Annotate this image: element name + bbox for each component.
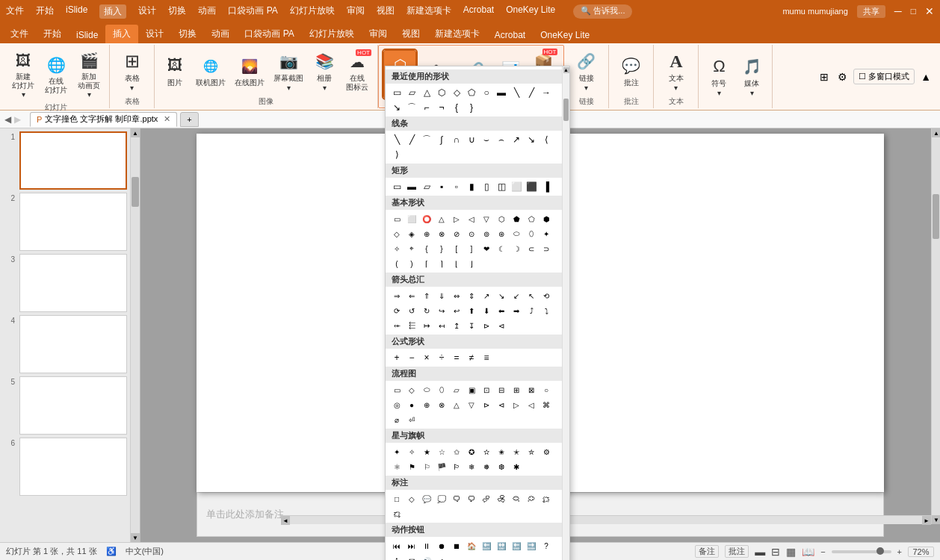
basic-35[interactable]: )	[405, 257, 418, 270]
basic-1[interactable]: ▭	[390, 212, 403, 225]
tab-switch[interactable]: 切换	[171, 25, 204, 43]
line-1[interactable]: ╲	[390, 133, 403, 146]
star-1[interactable]: ✦	[390, 445, 403, 458]
slide-item-4[interactable]: 4	[3, 315, 127, 373]
callout-10[interactable]: 🗭	[525, 492, 538, 505]
rect-4[interactable]: ▪	[435, 180, 448, 193]
basic-3[interactable]: ⭕	[420, 212, 433, 225]
flow-5[interactable]: ▱	[450, 383, 463, 396]
window-restore[interactable]: □	[911, 6, 916, 16]
tell-input[interactable]: 🔍 告诉我...	[573, 4, 632, 19]
tab-new[interactable]: +	[180, 112, 198, 127]
flow-7[interactable]: ⊡	[480, 383, 493, 396]
shape-pentagon[interactable]: ⬠	[465, 86, 478, 99]
flow-15[interactable]: ⊗	[435, 398, 448, 411]
star-8[interactable]: ✬	[495, 445, 508, 458]
action-11[interactable]: ?	[539, 539, 553, 553]
callout-1[interactable]: □	[390, 492, 403, 505]
flow-8[interactable]: ⊟	[495, 383, 508, 396]
callout-9[interactable]: 🗬	[510, 492, 523, 505]
line-2[interactable]: ╱	[405, 133, 418, 146]
callout-11[interactable]: 🗮	[539, 492, 553, 505]
shape-curly-r[interactable]: }	[465, 101, 478, 114]
view-outline-btn[interactable]: ⊟	[771, 546, 780, 558]
zoom-slider[interactable]	[832, 550, 891, 553]
flow-16[interactable]: △	[450, 398, 463, 411]
action-3[interactable]: ⏸	[420, 539, 433, 553]
arrow-12[interactable]: ⟳	[390, 304, 403, 317]
star-3[interactable]: ★	[420, 445, 433, 458]
shape-diag1[interactable]: ╲	[510, 86, 523, 99]
line-8[interactable]: ⌢	[495, 133, 508, 146]
action-7[interactable]: 🔙	[480, 539, 493, 553]
menu-home[interactable]: 开始	[36, 4, 54, 19]
menu-design[interactable]: 设计	[138, 4, 156, 19]
btn-collapse-ribbon[interactable]: ▲	[918, 69, 934, 84]
arrow-2[interactable]: ⇐	[405, 289, 418, 302]
basic-2[interactable]: ⬜	[405, 212, 418, 225]
arrow-20[interactable]: ➡	[510, 304, 523, 317]
tab-newtab[interactable]: 新建选项卡	[427, 25, 487, 43]
flow-9[interactable]: ⊞	[510, 383, 523, 396]
arrow-28[interactable]: ↧	[465, 319, 478, 332]
arrow-29[interactable]: ⊳	[480, 319, 493, 332]
zoom-in-btn[interactable]: +	[897, 547, 902, 556]
flow-10[interactable]: ⊠	[525, 383, 538, 396]
action-8[interactable]: 🔛	[495, 539, 508, 553]
btn-online-img2[interactable]: 🌄 在线图片	[231, 52, 268, 90]
rect-3[interactable]: ▱	[420, 180, 433, 193]
btn-symbol[interactable]: Ω 符号 ▾	[703, 52, 735, 99]
action-1[interactable]: ⏮	[390, 539, 403, 553]
basic-24[interactable]: ⌖	[405, 242, 418, 255]
arrow-13[interactable]: ↺	[405, 304, 418, 317]
star-14[interactable]: ❅	[480, 460, 493, 473]
flow-14[interactable]: ⊕	[420, 398, 433, 411]
tab-view[interactable]: 视图	[395, 25, 427, 43]
canvas-scroll-right[interactable]: ►	[922, 516, 931, 525]
dd-scroll-thumb[interactable]	[563, 99, 569, 121]
star-6[interactable]: ✪	[465, 445, 478, 458]
flow-17[interactable]: ▽	[465, 398, 478, 411]
basic-28[interactable]: ]	[465, 242, 478, 255]
arrow-17[interactable]: ⬆	[465, 304, 478, 317]
basic-16[interactable]: ⊘	[450, 227, 463, 240]
slide-item-1[interactable]: 1	[3, 131, 127, 190]
basic-25[interactable]: {	[420, 242, 433, 255]
tab-doc-active[interactable]: P 文字撞色 文字拆解 制印章.pptx ✕	[30, 112, 177, 127]
shape-arrow-br[interactable]: ↘	[390, 101, 403, 114]
rect-7[interactable]: ▯	[480, 180, 493, 193]
callout-2[interactable]: ◇	[405, 492, 418, 505]
btn-online-slide[interactable]: 🌐 在线幻灯片	[40, 51, 72, 97]
rect-6[interactable]: ▮	[465, 180, 478, 193]
arrow-22[interactable]: ⤵	[539, 304, 553, 317]
shape-arrow-r[interactable]: →	[539, 86, 553, 99]
window-minimize[interactable]: ─	[894, 5, 902, 17]
basic-8[interactable]: ⬡	[495, 212, 508, 225]
flag-1[interactable]: ⚑	[405, 460, 418, 473]
action-9[interactable]: 🔚	[510, 539, 523, 553]
menu-islide[interactable]: iSlide	[66, 4, 87, 19]
btn-settings[interactable]: ⚙	[835, 69, 850, 84]
arrow-7[interactable]: ↗	[480, 289, 493, 302]
btn-new-anim[interactable]: 🎬 新加动画页 ▾	[73, 46, 105, 101]
zoom-thumb[interactable]	[876, 547, 884, 555]
rect-11[interactable]: ▐	[539, 180, 553, 193]
dd-scroll-track[interactable]	[563, 74, 569, 560]
menu-onekey[interactable]: OneKey Lite	[506, 4, 555, 19]
shape-diamond[interactable]: ◇	[450, 86, 463, 99]
basic-34[interactable]: (	[390, 257, 403, 270]
tab-slideshow[interactable]: 幻灯片放映	[302, 25, 362, 43]
flag-4[interactable]: 🏳	[450, 460, 463, 473]
arrow-19[interactable]: ⬅	[495, 304, 508, 317]
shapes-dropdown[interactable]: 最近使用的形状 ▭ ▱ △ ⬡ ◇ ⬠ ○ ▬ ╲ ╱ → ↘ ⌒ ⌐ ¬ { …	[385, 66, 570, 560]
star-12[interactable]: ⚛	[390, 460, 403, 473]
callout-8[interactable]: 🗫	[495, 492, 508, 505]
shape-parallelogram[interactable]: ▱	[405, 86, 418, 99]
star-7[interactable]: ✫	[480, 445, 493, 458]
view-slide-btn[interactable]: ▦	[786, 546, 796, 558]
action-14[interactable]: 🔊	[420, 554, 433, 560]
basic-36[interactable]: ⌈	[420, 257, 433, 270]
arrow-4[interactable]: ⇓	[435, 289, 448, 302]
callout-4[interactable]: 💭	[435, 492, 448, 505]
formula-2[interactable]: −	[405, 351, 418, 364]
